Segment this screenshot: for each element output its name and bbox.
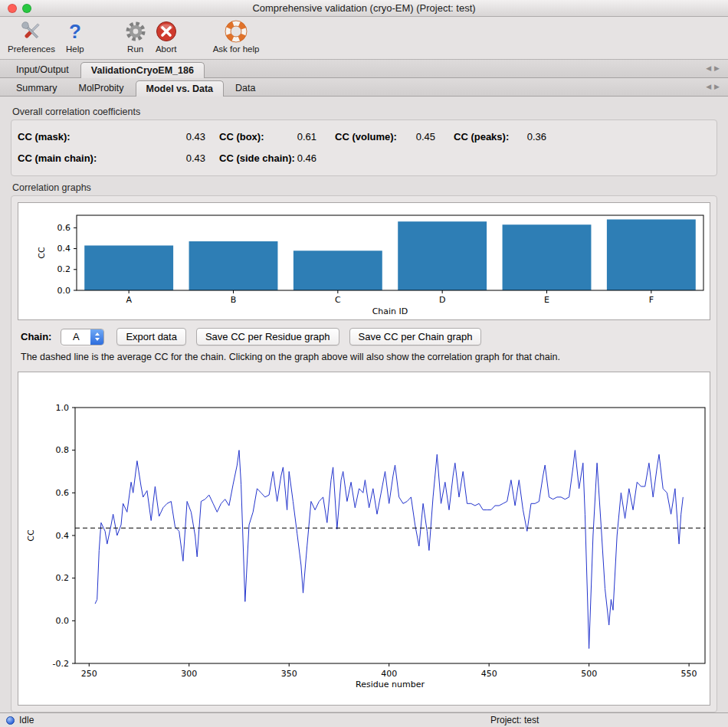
svg-text:0.2: 0.2 — [56, 573, 70, 583]
svg-text:500: 500 — [581, 669, 597, 679]
crossed-tools-icon — [19, 19, 44, 44]
tab-scroll-arrows: ◀▶ — [706, 83, 723, 90]
toolbar-label: Help — [66, 44, 84, 54]
tab-validationcryoem-186[interactable]: ValidationCryoEM_186 — [80, 62, 205, 78]
svg-text:1.0: 1.0 — [56, 403, 70, 413]
svg-text:0.0: 0.0 — [57, 286, 71, 296]
svg-text:-0.2: -0.2 — [53, 659, 69, 669]
cc-per-residue-line-chart: -0.20.00.20.40.60.81.0250300350400450500… — [18, 372, 710, 706]
dashed-line-note: The dashed line is the average CC for th… — [21, 352, 707, 362]
preferences-button[interactable]: Preferences — [8, 19, 55, 54]
tab-summary[interactable]: Summary — [6, 80, 67, 97]
cc-box-label: CC (box): — [205, 131, 282, 142]
chevron-up-down-icon — [90, 329, 103, 345]
cc-box-value: 0.61 — [282, 131, 316, 142]
cc-volume-value: 0.45 — [389, 131, 435, 142]
status-text: Idle — [19, 715, 34, 725]
cc-volume-label: CC (volume): — [316, 131, 389, 142]
save-cc-per-chain-graph-button[interactable]: Save CC per Chain graph — [349, 328, 482, 345]
close-window-icon[interactable] — [8, 4, 17, 13]
status-indicator-icon — [6, 716, 15, 725]
cc-main-chain-label: CC (main chain): — [18, 152, 106, 164]
svg-text:0.4: 0.4 — [57, 244, 71, 254]
svg-text:D: D — [439, 295, 445, 305]
svg-text:0.6: 0.6 — [56, 488, 70, 498]
svg-text:B: B — [231, 295, 237, 305]
line-chart-canvas: -0.20.00.20.40.60.81.0250300350400450500… — [18, 372, 722, 705]
svg-text:300: 300 — [181, 669, 197, 679]
svg-text:250: 250 — [81, 669, 97, 679]
chain-select-value: A — [61, 329, 90, 345]
bar-chart-canvas[interactable]: ABCDEF0.00.20.40.6Chain IDCC — [18, 203, 722, 319]
cc-stats-grid: CC (mask): 0.43 CC (box): 0.61 CC (volum… — [18, 131, 710, 164]
tab-data[interactable]: Data — [225, 80, 265, 97]
svg-text:400: 400 — [381, 669, 397, 679]
svg-text:550: 550 — [681, 669, 697, 679]
correlation-graphs-section-title: Correlation graphs — [12, 182, 717, 193]
svg-text:CC: CC — [26, 529, 36, 542]
question-mark-icon: ? — [69, 19, 81, 44]
title-bar: Comprehensive validation (cryo-EM) (Proj… — [0, 0, 728, 17]
life-ring-icon — [225, 19, 248, 44]
abort-x-icon — [155, 19, 178, 44]
project-label: Project: test — [490, 715, 539, 725]
correlation-graphs-panel: ABCDEF0.00.20.40.6Chain IDCC Chain: A Ex… — [11, 195, 717, 712]
chain-controls-row: Chain: A Export data Save CC per Residue… — [21, 328, 707, 345]
svg-text:0.0: 0.0 — [56, 616, 70, 626]
tab-molprobity[interactable]: MolProbity — [68, 80, 133, 97]
abort-button[interactable]: Abort — [155, 19, 178, 54]
window-controls — [8, 4, 31, 13]
help-button[interactable]: ? Help — [66, 19, 84, 54]
overall-cc-section-title: Overall correlation coefficients — [12, 106, 717, 117]
toolbar-label: Abort — [156, 44, 177, 54]
chain-select[interactable]: A — [61, 329, 104, 345]
svg-text:450: 450 — [481, 669, 497, 679]
svg-text:0.6: 0.6 — [57, 223, 71, 233]
svg-text:Residue number: Residue number — [356, 680, 425, 689]
tab-scroll-arrows: ◀▶ — [706, 64, 723, 72]
cc-mask-value: 0.43 — [106, 131, 205, 142]
svg-text:0.4: 0.4 — [56, 531, 70, 541]
app-window: Comprehensive validation (cryo-EM) (Proj… — [0, 0, 728, 727]
secondary-tab-bar: Summary MolProbity Model vs. Data Data ◀… — [0, 78, 728, 97]
cc-main-chain-value: 0.43 — [106, 152, 205, 164]
window-title: Comprehensive validation (cryo-EM) (Proj… — [0, 2, 728, 14]
scroll-right-icon[interactable]: ▶ — [714, 83, 723, 90]
svg-text:E: E — [544, 295, 549, 305]
cc-side-chain-value: 0.46 — [282, 152, 316, 164]
svg-text:Chain ID: Chain ID — [372, 306, 408, 316]
tab-input-output[interactable]: Input/Output — [6, 62, 79, 78]
cc-peaks-label: CC (peaks): — [435, 131, 500, 142]
cc-per-chain-bar-chart[interactable]: ABCDEF0.00.20.40.6Chain IDCC — [18, 202, 710, 320]
svg-text:CC: CC — [37, 247, 47, 259]
status-bar: Idle Project: test — [0, 712, 728, 727]
toolbar-label: Run — [127, 44, 143, 54]
primary-tab-bar: Input/Output ValidationCryoEM_186 ◀▶ — [0, 60, 728, 78]
toolbar: Preferences ? Help Run — [0, 17, 728, 60]
toolbar-label: Ask for help — [213, 44, 260, 54]
overall-cc-panel: CC (mask): 0.43 CC (box): 0.61 CC (volum… — [11, 120, 717, 176]
scroll-right-icon[interactable]: ▶ — [714, 64, 723, 72]
tab-model-vs-data[interactable]: Model vs. Data — [136, 80, 225, 97]
zoom-window-icon[interactable] — [22, 4, 31, 13]
toolbar-label: Preferences — [8, 44, 55, 54]
scroll-left-icon[interactable]: ◀ — [706, 64, 714, 72]
svg-text:0.8: 0.8 — [56, 445, 70, 455]
run-button[interactable]: Run — [124, 19, 147, 54]
svg-text:F: F — [649, 295, 654, 305]
model-vs-data-page: Overall correlation coefficients CC (mas… — [0, 97, 728, 712]
ask-for-help-button[interactable]: Ask for help — [213, 19, 260, 54]
cc-peaks-value: 0.36 — [500, 131, 546, 142]
save-cc-per-residue-graph-button[interactable]: Save CC per Residue graph — [196, 328, 339, 345]
cc-mask-label: CC (mask): — [18, 131, 106, 142]
svg-text:0.2: 0.2 — [57, 264, 71, 274]
svg-text:C: C — [335, 295, 341, 305]
gear-icon — [124, 19, 147, 44]
svg-text:350: 350 — [281, 669, 297, 679]
cc-side-chain-label: CC (side chain): — [205, 152, 282, 164]
scroll-left-icon[interactable]: ◀ — [706, 83, 714, 90]
chain-label: Chain: — [21, 331, 51, 342]
svg-text:A: A — [126, 295, 132, 305]
export-data-button[interactable]: Export data — [116, 328, 186, 345]
